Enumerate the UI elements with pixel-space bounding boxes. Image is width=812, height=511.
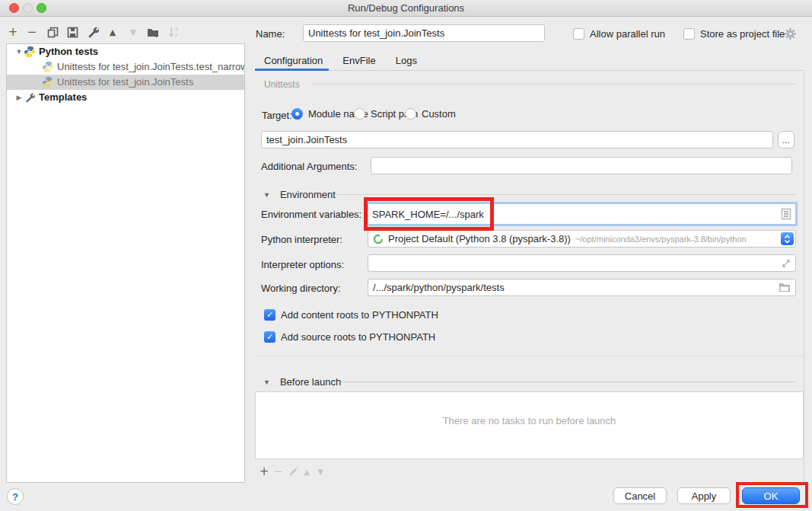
- group-divider: [311, 84, 796, 85]
- sort-az-icon: az: [168, 26, 180, 38]
- tree-item-unittest-narrow[interactable]: Unittests for test_join.JoinTests.test_n…: [7, 59, 244, 75]
- checkbox-checked-icon[interactable]: ✓: [264, 331, 275, 343]
- apply-button[interactable]: Apply: [677, 487, 731, 504]
- allow-parallel-run-checkbox[interactable]: Allow parallel run: [573, 28, 665, 40]
- dropdown-stepper-icon[interactable]: [781, 232, 794, 245]
- minus-icon: −: [274, 465, 284, 478]
- before-launch-task-list[interactable]: There are no tasks to run before launch: [255, 391, 804, 459]
- browse-button[interactable]: ...: [778, 131, 794, 149]
- cancel-button[interactable]: Cancel: [613, 487, 667, 504]
- before-launch-header[interactable]: ▼ Before launch: [263, 376, 341, 388]
- copy-configuration-button[interactable]: [46, 25, 59, 39]
- before-launch-add-button[interactable]: +: [257, 465, 271, 478]
- working-directory-input[interactable]: /.../spark/python/pyspark/tests: [368, 279, 796, 296]
- add-content-roots-checkbox[interactable]: ✓ Add content roots to PYTHONPATH: [264, 309, 438, 321]
- tree-item-label: Templates: [39, 90, 87, 105]
- interpreter-options-input[interactable]: [368, 254, 796, 272]
- allow-parallel-run-label: Allow parallel run: [590, 28, 665, 40]
- tree-item-label: Python tests: [39, 44, 98, 59]
- expand-field-icon[interactable]: [782, 259, 791, 268]
- before-launch-move-down-button[interactable]: ▼: [314, 465, 327, 478]
- group-divider: [336, 194, 796, 195]
- add-source-roots-label: Add source roots to PYTHONPATH: [281, 331, 435, 343]
- conda-env-icon: [373, 234, 384, 244]
- move-up-button[interactable]: ▲: [106, 25, 119, 39]
- new-folder-icon: [147, 27, 159, 38]
- store-as-project-file-label: Store as project file: [700, 28, 785, 40]
- store-as-project-file-checkbox[interactable]: Store as project file: [683, 28, 785, 40]
- help-button[interactable]: ?: [7, 488, 24, 505]
- additional-arguments-label: Additional Arguments:: [261, 161, 357, 172]
- additional-arguments-input[interactable]: [371, 157, 792, 174]
- add-content-roots-label: Add content roots to PYTHONPATH: [281, 309, 438, 321]
- plus-icon: +: [260, 465, 269, 478]
- svg-text:z: z: [175, 32, 178, 37]
- pencil-icon: [288, 467, 298, 477]
- ok-button[interactable]: OK: [742, 487, 800, 504]
- sort-configurations-button[interactable]: az: [167, 25, 181, 39]
- tree-item-label: Unittests for test_join.JoinTests.test_n…: [57, 59, 244, 75]
- save-icon: [67, 27, 78, 38]
- working-directory-value: /.../spark/python/pyspark/tests: [373, 282, 779, 293]
- titlebar: Run/Debug Configurations: [0, 0, 812, 17]
- add-configuration-button[interactable]: +: [6, 25, 20, 39]
- name-value: Unittests for test_join.JoinTests: [308, 27, 444, 39]
- tree-item-python-tests[interactable]: ▼ Python tests: [7, 44, 244, 59]
- chevron-down-icon[interactable]: ▼: [263, 378, 270, 386]
- tree-item-unittest-jointests[interactable]: Unittests for test_join.JoinTests: [7, 75, 244, 90]
- move-down-button[interactable]: ▼: [126, 25, 140, 39]
- radio-icon[interactable]: [291, 108, 303, 120]
- python-icon: [42, 76, 54, 88]
- tree-item-label: Unittests for test_join.JoinTests: [57, 75, 193, 90]
- checkbox-checked-icon[interactable]: ✓: [264, 309, 275, 321]
- tabs-divider: [255, 70, 804, 71]
- move-down-icon: ▼: [317, 468, 323, 476]
- target-value: test_join.JoinTests: [266, 134, 347, 145]
- target-label: Target:: [262, 110, 292, 121]
- copy-icon: [47, 27, 59, 38]
- group-divider: [341, 382, 796, 382]
- radio-custom-label: Custom: [422, 108, 456, 120]
- tab-logs[interactable]: Logs: [387, 52, 428, 72]
- checkbox-icon[interactable]: [683, 28, 695, 40]
- minus-icon: −: [27, 25, 37, 39]
- environment-group-header[interactable]: ▼ Environment: [263, 189, 336, 200]
- tree-item-templates[interactable]: ▶ Templates: [7, 90, 244, 105]
- python-interpreter-label: Python interpreter:: [261, 234, 342, 245]
- add-source-roots-checkbox[interactable]: ✓ Add source roots to PYTHONPATH: [264, 331, 435, 343]
- gear-icon[interactable]: [784, 27, 797, 40]
- new-folder-button[interactable]: [146, 25, 160, 39]
- python-interpreter-value: Project Default (Python 3.8 (pyspark-3.8…: [388, 233, 571, 244]
- section-divider: [255, 356, 804, 356]
- target-input[interactable]: test_join.JoinTests: [261, 131, 773, 149]
- radio-custom[interactable]: Custom: [405, 108, 456, 120]
- before-launch-empty-text: There are no tasks to run before launch: [256, 415, 803, 426]
- working-directory-label: Working directory:: [261, 283, 341, 294]
- configurations-tree: ▼ Python tests Unittests for test_join.J…: [6, 43, 245, 483]
- name-input[interactable]: Unittests for test_join.JoinTests: [303, 24, 545, 42]
- radio-icon[interactable]: [354, 108, 365, 120]
- edit-variables-icon[interactable]: [781, 208, 791, 220]
- radio-icon[interactable]: [405, 108, 416, 120]
- before-launch-remove-button[interactable]: −: [272, 465, 285, 478]
- wrench-icon: [24, 91, 36, 104]
- panel-right-border: [804, 71, 804, 483]
- run-debug-configurations-dialog: Run/Debug Configurations + − ▲ ▼ az ▼ Py…: [0, 0, 812, 511]
- before-launch-move-up-button[interactable]: ▲: [300, 465, 314, 478]
- question-mark-icon: ?: [12, 491, 18, 503]
- python-icon: [42, 61, 54, 73]
- ok-label: OK: [764, 490, 779, 502]
- edit-templates-button[interactable]: [86, 25, 100, 39]
- environment-header-label: Environment: [280, 189, 336, 200]
- tab-envfile[interactable]: EnvFile: [333, 52, 386, 72]
- chevron-right-icon[interactable]: ▶: [14, 90, 24, 105]
- checkbox-icon[interactable]: [573, 28, 584, 40]
- environment-variables-input[interactable]: SPARK_HOME=/.../spark: [366, 202, 798, 226]
- chevron-down-icon[interactable]: ▼: [14, 44, 24, 59]
- chevron-down-icon[interactable]: ▼: [263, 191, 270, 199]
- python-interpreter-select[interactable]: Project Default (Python 3.8 (pyspark-3.8…: [368, 230, 796, 248]
- save-configuration-button[interactable]: [65, 25, 79, 39]
- remove-configuration-button[interactable]: −: [25, 25, 39, 39]
- before-launch-edit-button[interactable]: [286, 465, 300, 478]
- folder-icon[interactable]: [779, 283, 791, 292]
